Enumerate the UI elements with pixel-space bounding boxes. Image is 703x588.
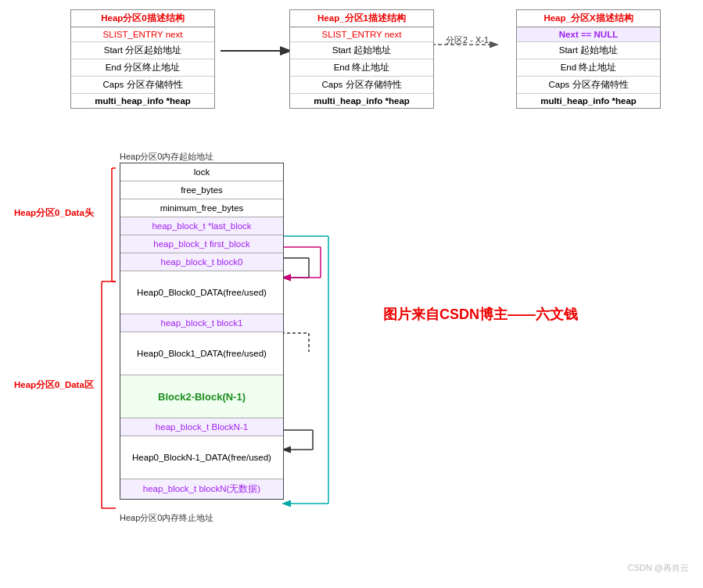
block-blockN: heap_block_t blockN(无数据) bbox=[120, 479, 283, 499]
block-heap0-block0-data: Heap0_Block0_DATA(free/used) bbox=[120, 271, 283, 314]
label-partition-range: 分区2 - X-1 bbox=[446, 34, 489, 46]
structX-row2: End 终止地址 bbox=[517, 59, 660, 77]
struct0-row0: SLIST_ENTRY next bbox=[71, 27, 214, 42]
heap-end-label: Heap分区0内存终止地址 bbox=[120, 512, 213, 524]
label-data-head: Heap分区0_Data头 bbox=[14, 207, 94, 219]
structX-title: Heap_分区X描述结构 bbox=[517, 10, 660, 27]
struct-heap0: Heap分区0描述结构 SLIST_ENTRY next Start 分区起始地… bbox=[70, 9, 215, 109]
attribution-text: 图片来自CSDN博主——六文钱 bbox=[383, 305, 578, 324]
struct0-row4: multi_heap_info *heap bbox=[71, 94, 214, 108]
main-container: Heap分区0描述结构 SLIST_ENTRY next Start 分区起始地… bbox=[0, 0, 703, 588]
block-heap0-block1-data: Heap0_Block1_DATA(free/used) bbox=[120, 332, 283, 375]
structX-row0: Next == NULL bbox=[517, 27, 660, 42]
struct1-title: Heap_分区1描述结构 bbox=[290, 10, 433, 27]
struct1-row3: Caps 分区存储特性 bbox=[290, 77, 433, 94]
block-block2-n1: Block2-Block(N-1) bbox=[120, 375, 283, 418]
struct-heapX: Heap_分区X描述结构 Next == NULL Start 起始地址 End… bbox=[516, 9, 661, 109]
block-min-free: minimum_free_bytes bbox=[120, 199, 283, 217]
heap-blocks: lock free_bytes minimum_free_bytes heap_… bbox=[120, 163, 284, 500]
block-block1: heap_block_t block1 bbox=[120, 314, 283, 332]
struct1-row0: SLIST_ENTRY next bbox=[290, 27, 433, 42]
block-first-block: heap_block_t first_block bbox=[120, 235, 283, 253]
watermark: CSDN @再肖云 bbox=[628, 562, 689, 574]
structX-row1: Start 起始地址 bbox=[517, 42, 660, 59]
struct1-row2: End 终止地址 bbox=[290, 59, 433, 77]
structX-row3: Caps 分区存储特性 bbox=[517, 77, 660, 94]
struct0-row2: End 分区终止地址 bbox=[71, 59, 214, 77]
block-lock: lock bbox=[120, 163, 283, 181]
block-last-block: heap_block_t *last_block bbox=[120, 217, 283, 235]
block-blockN-1: heap_block_t BlockN-1 bbox=[120, 418, 283, 436]
structX-row4: multi_heap_info *heap bbox=[517, 94, 660, 108]
struct1-row4: multi_heap_info *heap bbox=[290, 94, 433, 108]
struct1-row1: Start 起始地址 bbox=[290, 42, 433, 59]
block-heap0-blockN-1-data: Heap0_BlockN-1_DATA(free/used) bbox=[120, 436, 283, 479]
struct0-row1: Start 分区起始地址 bbox=[71, 42, 214, 59]
label-data-area: Heap分区0_Data区 bbox=[14, 379, 94, 391]
block-free-bytes: free_bytes bbox=[120, 181, 283, 199]
block-block0: heap_block_t block0 bbox=[120, 253, 283, 271]
heap-start-label: Heap分区0内存起始地址 bbox=[120, 151, 213, 163]
struct0-title: Heap分区0描述结构 bbox=[71, 10, 214, 27]
struct-heap1: Heap_分区1描述结构 SLIST_ENTRY next Start 起始地址… bbox=[289, 9, 434, 109]
struct0-row3: Caps 分区存储特性 bbox=[71, 77, 214, 94]
